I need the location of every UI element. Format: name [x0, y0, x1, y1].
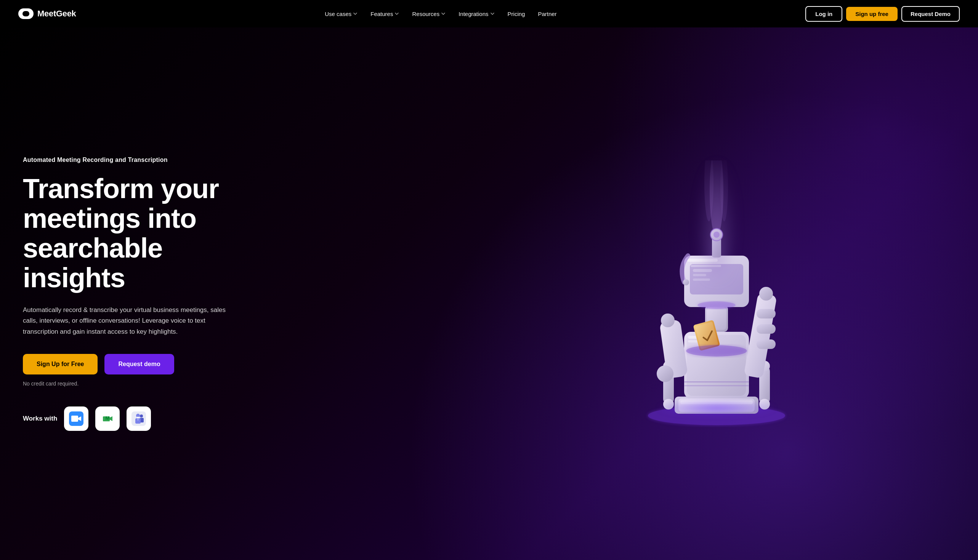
request-demo-nav-button[interactable]: Request Demo — [901, 6, 960, 22]
svg-text:M: M — [105, 415, 110, 421]
svg-rect-52 — [693, 278, 710, 281]
nav-item-integrations[interactable]: Integrations — [453, 8, 500, 20]
hero-visual — [448, 27, 978, 560]
hero-section: Automated Meeting Recording and Transcri… — [0, 27, 978, 560]
svg-point-55 — [683, 279, 689, 285]
svg-point-59 — [686, 345, 747, 357]
svg-rect-34 — [684, 381, 749, 382]
nav-item-features[interactable]: Features — [365, 8, 404, 20]
hero-demo-button[interactable]: Request demo — [104, 354, 174, 375]
svg-rect-39 — [744, 293, 777, 378]
nav-item-partner[interactable]: Partner — [532, 8, 562, 20]
hero-content: Automated Meeting Recording and Transcri… — [0, 134, 259, 453]
svg-rect-35 — [684, 385, 749, 386]
svg-point-60 — [698, 301, 736, 309]
svg-point-37 — [661, 313, 674, 327]
zoom-logo — [69, 412, 83, 426]
svg-point-38 — [657, 365, 673, 382]
chevron-down-icon — [441, 12, 446, 16]
works-with-label: Works with — [23, 415, 57, 422]
nav-item-use-cases[interactable]: Use cases — [319, 8, 363, 20]
login-button[interactable]: Log in — [805, 6, 842, 22]
signup-free-button[interactable]: Sign up free — [846, 7, 898, 21]
nav-item-pricing[interactable]: Pricing — [502, 8, 531, 20]
svg-rect-41 — [756, 309, 776, 318]
chevron-down-icon — [353, 12, 357, 16]
nav-links: Use cases Features Resources Integration… — [319, 8, 562, 20]
no-credit-card-text: No credit card required. — [23, 380, 236, 387]
hero-title: Transform your meetings into searchable … — [23, 174, 236, 293]
teams-logo — [132, 412, 146, 426]
smoke-effect — [705, 160, 728, 275]
hero-description: Automatically record & transcribe your v… — [23, 305, 236, 337]
hero-buttons: Sign Up for Free Request demo — [23, 354, 236, 375]
logo-icon — [18, 8, 33, 19]
svg-point-40 — [759, 287, 773, 300]
glow-ring — [656, 400, 778, 416]
svg-rect-51 — [693, 274, 706, 276]
google-meet-logo: M — [100, 412, 115, 426]
hero-signup-button[interactable]: Sign Up for Free — [23, 354, 98, 375]
google-meet-integration-icon[interactable]: M — [95, 407, 120, 431]
zoom-integration-icon[interactable] — [64, 407, 88, 431]
nav-item-resources[interactable]: Resources — [407, 8, 451, 20]
hero-3d-robot — [625, 160, 808, 427]
teams-integration-icon[interactable] — [127, 407, 151, 431]
navbar: MeetGeek Use cases Features Resources In… — [0, 0, 978, 27]
svg-point-11 — [140, 415, 143, 418]
svg-rect-50 — [693, 269, 712, 272]
brand-name: MeetGeek — [37, 9, 76, 19]
svg-rect-16 — [138, 417, 139, 420]
hero-subtitle: Automated Meeting Recording and Transcri… — [23, 157, 236, 163]
svg-rect-43 — [756, 340, 776, 349]
svg-rect-42 — [756, 324, 776, 334]
works-with: Works with — [23, 407, 236, 431]
logo[interactable]: MeetGeek — [18, 8, 76, 19]
chevron-down-icon — [394, 12, 399, 16]
nav-actions: Log in Sign up free Request Demo — [805, 6, 960, 22]
chevron-down-icon — [490, 12, 495, 16]
